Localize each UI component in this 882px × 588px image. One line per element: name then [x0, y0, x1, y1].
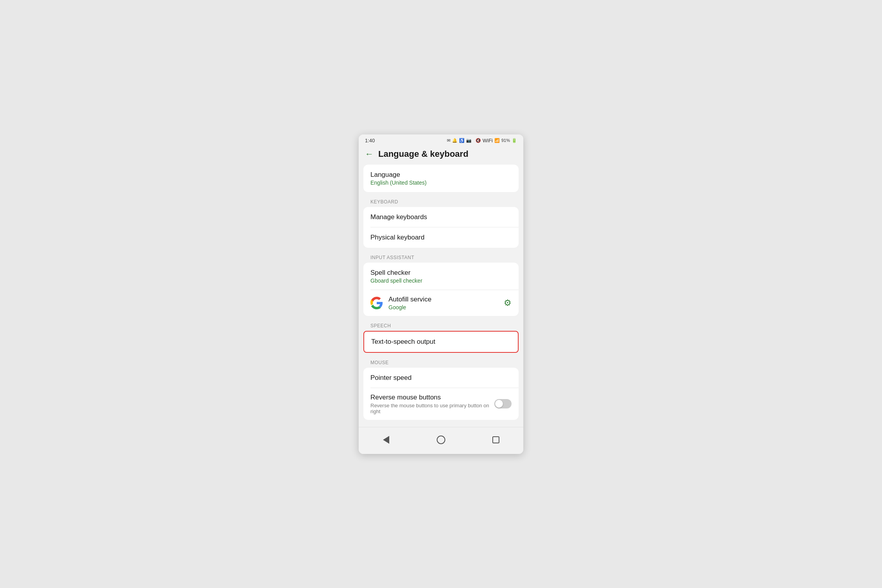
autofill-subtitle: Google	[388, 304, 498, 310]
tts-title: Text-to-speech output	[371, 338, 511, 346]
pointer-speed-item[interactable]: Pointer speed	[363, 368, 519, 388]
status-bar: 1:40 ✉ 🔔 ♿ 📷 🔇 WiFi 📶 91% 🔋	[359, 134, 523, 145]
spell-checker-item[interactable]: Spell checker Gboard spell checker	[363, 263, 519, 290]
input-assistant-card: Spell checker Gboard spell checker Autof…	[363, 263, 519, 316]
tts-card: Text-to-speech output	[363, 331, 519, 353]
mute-icon: 🔇	[475, 138, 481, 143]
speech-section-label: SPEECH	[363, 320, 519, 331]
language-subtitle: English (United States)	[370, 180, 512, 186]
battery-percent: 91%	[501, 138, 510, 143]
nav-recent-icon	[492, 436, 499, 443]
page-title: Language & keyboard	[378, 149, 468, 159]
reverse-mouse-subtitle: Reverse the mouse buttons to use primary…	[370, 403, 494, 414]
reverse-mouse-item[interactable]: Reverse mouse buttons Reverse the mouse …	[363, 388, 519, 420]
manage-keyboards-item[interactable]: Manage keyboards	[363, 207, 519, 227]
settings-content: Language English (United States) KEYBOAR…	[359, 165, 523, 427]
status-icons: ✉ 🔔 ♿ 📷 🔇 WiFi 📶 91% 🔋	[447, 138, 517, 143]
reverse-mouse-text: Reverse mouse buttons Reverse the mouse …	[370, 394, 494, 414]
pointer-speed-title: Pointer speed	[370, 374, 512, 382]
input-assistant-section-label: INPUT ASSISTANT	[363, 252, 519, 263]
spell-checker-title: Spell checker	[370, 269, 512, 277]
autofill-gear-icon[interactable]: ⚙	[504, 298, 512, 308]
mouse-card: Pointer speed Reverse mouse buttons Reve…	[363, 368, 519, 420]
language-card: Language English (United States)	[363, 165, 519, 192]
reverse-mouse-title: Reverse mouse buttons	[370, 394, 494, 401]
phone-frame: 1:40 ✉ 🔔 ♿ 📷 🔇 WiFi 📶 91% 🔋 ← Language &…	[359, 134, 523, 454]
status-time: 1:40	[365, 138, 375, 143]
bell-icon: 🔔	[452, 138, 457, 143]
mouse-section-label: MOUSE	[363, 357, 519, 368]
language-item[interactable]: Language English (United States)	[363, 165, 519, 192]
wifi-icon: WiFi	[483, 138, 493, 143]
nav-home-button[interactable]	[433, 432, 449, 448]
notification-icons: ✉	[447, 138, 450, 143]
back-button[interactable]: ←	[365, 150, 374, 158]
reverse-mouse-toggle[interactable]	[494, 399, 512, 408]
autofill-title: Autofill service	[388, 296, 498, 303]
nav-back-icon	[383, 436, 389, 444]
nav-recent-button[interactable]	[488, 432, 504, 448]
physical-keyboard-title: Physical keyboard	[370, 234, 512, 241]
google-icon	[370, 297, 383, 309]
physical-keyboard-item[interactable]: Physical keyboard	[363, 227, 519, 248]
language-title: Language	[370, 171, 512, 179]
nav-home-icon	[437, 436, 445, 444]
signal-icon: 📶	[494, 138, 500, 143]
tts-item[interactable]: Text-to-speech output	[364, 332, 518, 352]
accessibility-icon: ♿	[459, 138, 465, 143]
manage-keyboards-title: Manage keyboards	[370, 213, 512, 221]
keyboard-card: Manage keyboards Physical keyboard	[363, 207, 519, 248]
nav-bar	[359, 427, 523, 454]
autofill-item[interactable]: Autofill service Google ⚙	[363, 290, 519, 316]
camera-icon: 📷	[466, 138, 472, 143]
nav-back-button[interactable]	[378, 432, 394, 448]
keyboard-section-label: KEYBOARD	[363, 196, 519, 207]
battery-icon: 🔋	[512, 138, 517, 143]
header: ← Language & keyboard	[359, 145, 523, 165]
autofill-text: Autofill service Google	[388, 296, 498, 310]
spell-checker-subtitle: Gboard spell checker	[370, 278, 512, 284]
